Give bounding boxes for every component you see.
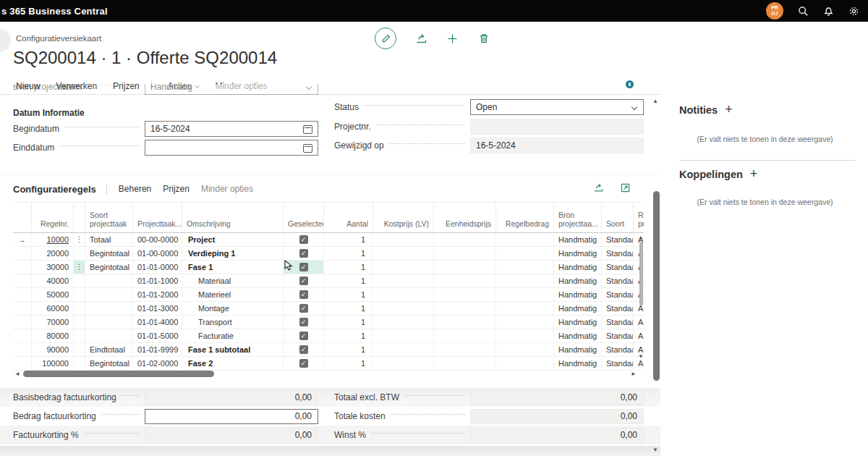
cell-aantal[interactable]: 1 <box>324 261 373 274</box>
cell-projecttaaknr[interactable]: 01-01-9999 <box>133 343 182 356</box>
cell-projecttaaknr[interactable]: 01-01-3000 <box>133 302 182 315</box>
cell-soort-projecttaak[interactable] <box>85 274 133 287</box>
cell-bron-projecttaaknr[interactable]: Handmatig <box>554 316 602 329</box>
grid-scroll-left[interactable]: ◄ <box>14 371 20 377</box>
add-notitie-button[interactable]: + <box>725 102 733 117</box>
cell-regeproje[interactable]: A <box>634 329 644 342</box>
cell-omschrijving[interactable]: Materieel <box>182 288 284 301</box>
table-row[interactable]: 8000001-01-5000Facturatie✓1HandmatigStan… <box>13 329 644 343</box>
cell-aantal[interactable]: 1 <box>324 247 373 260</box>
cell-geselecteerd[interactable]: ✓ <box>284 329 324 342</box>
cell-soort[interactable]: Standaard <box>602 343 634 356</box>
cell-soort-projecttaak[interactable]: Eindtotaal <box>85 343 133 356</box>
col-projecttaaknr[interactable]: Projecttaak... <box>133 203 182 232</box>
cell-soort[interactable]: Standaard <box>602 302 634 315</box>
cell-eenheidsprijs[interactable] <box>434 329 496 342</box>
cell-omschrijving[interactable]: Fase 2 <box>182 357 284 370</box>
cell-soort[interactable]: Standaard <box>602 233 634 246</box>
cell-aantal[interactable]: 1 <box>324 329 373 342</box>
cell-soort-projecttaak[interactable]: Begintotaal <box>85 261 133 274</box>
cell-omschrijving[interactable]: Fase 1 <box>182 261 284 274</box>
cell-regeproje[interactable]: A <box>634 316 644 329</box>
checkbox-checked-icon[interactable]: ✓ <box>299 276 308 285</box>
share-icon[interactable] <box>593 182 604 193</box>
checkbox-checked-icon[interactable]: ✓ <box>299 345 308 354</box>
cell-soort-projecttaak[interactable] <box>85 302 133 315</box>
grid-scroll-down[interactable]: ▼ <box>638 354 644 360</box>
cell-geselecteerd[interactable]: ✓ <box>284 302 324 315</box>
share-icon[interactable] <box>415 33 427 45</box>
col-soort-projecttaak[interactable]: Soort projecttaak <box>85 203 133 232</box>
cell-soort[interactable]: Standaard <box>602 261 634 274</box>
edit-pencil-icon[interactable] <box>375 28 396 49</box>
cell-eenheidsprijs[interactable] <box>434 261 496 274</box>
cell-geselecteerd[interactable]: ✓ <box>284 316 324 329</box>
cell-regelbedrag[interactable] <box>496 288 554 301</box>
cell-eenheidsprijs[interactable] <box>434 233 496 246</box>
cell-bron-projecttaaknr[interactable]: Handmatig <box>554 233 602 246</box>
cell-projecttaaknr[interactable]: 01-01-0000 <box>133 261 182 274</box>
cell-soort[interactable]: Standaard <box>602 357 634 370</box>
cell-kostprijs[interactable] <box>373 247 434 260</box>
cell-regelbedrag[interactable] <box>496 357 554 370</box>
cell-soort[interactable]: Standaard <box>602 247 634 260</box>
row-menu-icon[interactable]: ⋮ <box>74 261 85 274</box>
cell-omschrijving[interactable]: Project <box>182 233 284 246</box>
col-omschrijving[interactable]: Omschrijving <box>182 203 284 232</box>
cell-kostprijs[interactable] <box>373 274 434 287</box>
calendar-icon[interactable] <box>303 125 312 134</box>
table-row[interactable]: →10000⋮Totaal00-00-0000Project✓1Handmati… <box>13 233 644 247</box>
cell-geselecteerd[interactable]: ✓ <box>284 274 324 287</box>
cell-bron-projecttaaknr[interactable]: Handmatig <box>554 343 602 356</box>
cell-soort-projecttaak[interactable] <box>85 316 133 329</box>
grid-scroll-right[interactable]: ► <box>631 371 637 377</box>
add-koppeling-button[interactable]: + <box>750 166 758 182</box>
cell-kostprijs[interactable] <box>373 357 434 370</box>
cell-regelnr[interactable]: 40000 <box>32 274 74 287</box>
grid-vertical-scrollbar[interactable] <box>639 242 643 305</box>
avatar[interactable]: PR OJ <box>766 2 783 20</box>
cell-kostprijs[interactable] <box>373 233 434 246</box>
cell-regelnr[interactable]: 100000 <box>32 357 74 370</box>
cell-projecttaaknr[interactable]: 01-01-4000 <box>133 316 182 329</box>
cell-soort[interactable]: Standaard <box>602 316 634 329</box>
cell-regelbedrag[interactable] <box>496 329 554 342</box>
cell-soort-projecttaak[interactable]: Begintotaal <box>85 247 133 260</box>
back-button[interactable] <box>0 29 11 52</box>
table-row[interactable]: 90000Eindtotaal01-01-9999Fase 1 subtotaa… <box>13 343 644 357</box>
breadcrumb[interactable]: Configuratieversiekaart <box>16 34 101 43</box>
cell-soort[interactable]: Standaard <box>602 329 634 342</box>
cell-bron-projecttaaknr[interactable]: Handmatig <box>554 357 602 370</box>
cell-soort[interactable]: Standaard <box>602 288 634 301</box>
cell-soort-projecttaak[interactable]: Begintotaal <box>85 357 133 370</box>
col-bron-projecttaak[interactable]: Bron projecttaa... <box>554 203 602 232</box>
cell-omschrijving[interactable]: Verdieping 1 <box>182 247 284 260</box>
einddatum-field[interactable] <box>145 140 318 156</box>
table-row[interactable]: 20000Begintotaal01-00-0000Verdieping 1✓1… <box>13 247 644 261</box>
table-row[interactable]: 30000⋮Begintotaal01-01-0000Fase 1✓1Handm… <box>13 261 644 274</box>
checkbox-checked-icon[interactable]: ✓ <box>299 235 308 244</box>
cell-regelnr[interactable]: 80000 <box>32 329 74 342</box>
cell-bron-projecttaaknr[interactable]: Handmatig <box>554 288 602 301</box>
bell-icon[interactable] <box>822 5 834 17</box>
cell-aantal[interactable]: 1 <box>324 343 373 356</box>
checkbox-checked-icon[interactable]: ✓ <box>299 249 308 258</box>
cell-regelnr[interactable]: 30000 <box>32 261 74 274</box>
col-aantal[interactable]: Aantal <box>324 203 373 232</box>
cell-omschrijving[interactable]: Facturatie <box>182 329 284 342</box>
search-icon[interactable] <box>797 5 809 17</box>
page-scroll-up[interactable]: ▲ <box>652 98 658 104</box>
checkbox-checked-icon[interactable]: ✓ <box>299 359 308 368</box>
cell-kostprijs[interactable] <box>373 288 434 301</box>
col-regelnr[interactable]: Regelnr. <box>32 203 74 232</box>
cell-regelnr[interactable]: 70000 <box>32 316 74 329</box>
cell-geselecteerd[interactable]: ✓ <box>284 233 324 246</box>
cell-kostprijs[interactable] <box>373 316 434 329</box>
checkbox-checked-icon[interactable]: ✓ <box>299 304 308 313</box>
plus-icon[interactable] <box>446 33 459 45</box>
lines-prijzen[interactable]: Prijzen <box>163 184 190 194</box>
checkbox-checked-icon[interactable]: ✓ <box>299 318 308 326</box>
cell-regelnr[interactable]: 90000 <box>32 343 74 356</box>
cell-bron-projecttaaknr[interactable]: Handmatig <box>554 329 602 342</box>
begindatum-field[interactable]: 16-5-2024 <box>145 121 318 137</box>
